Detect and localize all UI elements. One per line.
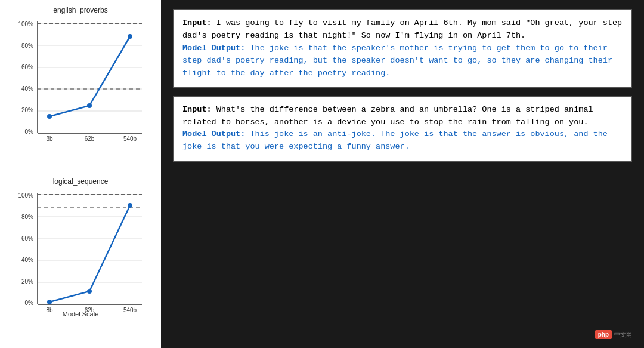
- svg-point-40: [128, 203, 132, 208]
- chart-english-proverbs: english_proverbs 100% 80% 60% 40% 20% 0%: [6, 6, 155, 171]
- svg-text:62b: 62b: [84, 135, 94, 142]
- card-2: Input: What's the difference between a z…: [173, 96, 632, 162]
- chart1-svg: 100% 80% 60% 40% 20% 0%: [17, 16, 145, 144]
- svg-text:80%: 80%: [21, 214, 33, 220]
- svg-text:20%: 20%: [21, 107, 33, 113]
- card2-input-text: What's the difference between a zebra an…: [182, 105, 593, 127]
- footer-badge: php 中文网: [173, 330, 632, 339]
- svg-text:100%: 100%: [18, 21, 33, 27]
- card2-output-text: This joke is an anti-joke. The joke is t…: [182, 130, 608, 151]
- svg-point-38: [47, 300, 52, 304]
- svg-text:8b: 8b: [46, 135, 53, 142]
- card2-input-label: Input:: [182, 105, 212, 114]
- svg-text:100%: 100%: [18, 192, 33, 199]
- svg-text:540b: 540b: [123, 307, 137, 313]
- svg-text:20%: 20%: [21, 278, 33, 285]
- cn-badge: 中文网: [614, 331, 632, 339]
- chart2-title: logical_sequence: [53, 177, 109, 186]
- chart-logical-sequence: logical_sequence 100% 80% 60% 40% 20% 0%: [6, 177, 155, 343]
- svg-point-18: [128, 34, 132, 39]
- svg-text:60%: 60%: [21, 64, 33, 70]
- svg-text:60%: 60%: [21, 235, 33, 242]
- card2-output-label: Model Output:: [182, 130, 245, 138]
- svg-point-17: [87, 103, 92, 108]
- svg-point-16: [47, 114, 52, 119]
- svg-text:80%: 80%: [21, 42, 33, 49]
- card1-output-text: The joke is that the speaker's mother is…: [182, 44, 612, 78]
- x-axis-label: Model Scale: [63, 310, 99, 318]
- svg-point-39: [87, 289, 92, 294]
- right-panel: Input: I was going to fly to visit my fa…: [161, 0, 644, 348]
- left-panel: english_proverbs 100% 80% 60% 40% 20% 0%: [0, 0, 161, 348]
- card-1: Input: I was going to fly to visit my fa…: [173, 9, 632, 88]
- chart2-svg: 100% 80% 60% 40% 20% 0%: [17, 187, 145, 315]
- svg-text:8b: 8b: [46, 307, 53, 313]
- php-badge: php: [595, 330, 612, 339]
- svg-text:40%: 40%: [21, 257, 33, 263]
- svg-text:40%: 40%: [21, 85, 33, 92]
- card1-output-label: Model Output:: [182, 44, 245, 53]
- svg-text:0%: 0%: [24, 300, 33, 306]
- svg-text:540b: 540b: [123, 135, 137, 142]
- chart1-title: english_proverbs: [53, 6, 107, 14]
- svg-text:0%: 0%: [24, 128, 33, 135]
- card1-input-label: Input:: [182, 19, 212, 27]
- card1-input-text: I was going to fly to visit my family on…: [182, 19, 622, 40]
